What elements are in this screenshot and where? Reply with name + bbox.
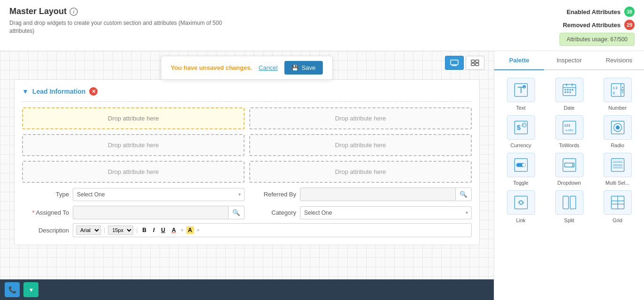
svg-rect-4: [471, 60, 475, 62]
description-label: Description: [22, 227, 69, 234]
save-button[interactable]: 💾 Save: [284, 61, 323, 75]
widget-text[interactable]: + Text: [499, 78, 543, 111]
assigned-to-input[interactable]: [73, 206, 229, 219]
panel-scroll: + Text: [494, 70, 644, 300]
widget-toggle-icon-box: [507, 153, 535, 177]
drop-zone-0[interactable]: Drop attribute here: [22, 107, 245, 129]
panel-tabs: Palette Inspector Revisions: [494, 51, 644, 70]
drop-zone-4[interactable]: Drop attribute here: [22, 161, 245, 183]
multisel-widget-icon: [610, 157, 626, 173]
widget-text-label: Text: [516, 105, 525, 111]
drop-zone-3[interactable]: Drop attribute here: [249, 134, 472, 156]
widget-number[interactable]: 1 2 3 ▲ ▼ Number: [596, 78, 639, 111]
font-select[interactable]: Arial: [76, 225, 101, 235]
widget-multisel[interactable]: Multi Sel...: [596, 153, 639, 186]
widget-multisel-icon-box: [604, 153, 632, 177]
svg-text:1 2: 1 2: [613, 86, 617, 90]
referred-by-search-button[interactable]: 🔍: [456, 188, 472, 201]
phone-button[interactable]: 📞: [5, 282, 20, 297]
svg-rect-21: [564, 91, 566, 93]
currency-widget-icon: $ €: [513, 120, 529, 135]
widget-currency[interactable]: $ € Currency: [499, 115, 543, 148]
category-field-row: Category Select One ▾: [249, 206, 472, 219]
description-row: Description Arial | 15px | B I U A: [22, 223, 472, 237]
tab-palette[interactable]: Palette: [494, 51, 544, 70]
drop-zone-4-label: Drop attribute here: [108, 168, 159, 175]
svg-rect-22: [567, 91, 568, 93]
svg-rect-56: [570, 196, 575, 209]
tab-inspector[interactable]: Inspector: [544, 51, 594, 70]
widget-toggle-label: Toggle: [513, 180, 528, 186]
svg-rect-5: [475, 60, 479, 62]
chevron-button[interactable]: ▾: [23, 282, 38, 297]
number-widget-icon: 1 2 3 ▲ ▼: [610, 82, 626, 98]
page-title: Master Layout i: [9, 7, 560, 16]
section-collapse-icon: ▼: [22, 88, 29, 95]
header-left: Master Layout i Drag and drop widgets to…: [9, 7, 560, 35]
svg-text:▲: ▲: [621, 86, 624, 89]
widget-toggle[interactable]: Toggle: [499, 153, 543, 186]
assigned-to-label: Assigned To: [22, 209, 69, 216]
widget-grid-icon-box: [604, 190, 632, 215]
font-color-button[interactable]: A: [170, 226, 178, 234]
section-container: ▼ Lead Information ✕ Drop attribute here…: [14, 79, 480, 245]
link-widget-icon: [513, 195, 529, 210]
panel-inner: + Text: [494, 70, 644, 300]
widget-radio[interactable]: Radio: [596, 115, 639, 148]
size-select[interactable]: 15px: [108, 225, 133, 235]
attributes-usage-box: Attributes usage: 67/500: [560, 33, 635, 46]
split-widget-icon: [561, 195, 577, 210]
highlight-button[interactable]: A: [186, 226, 194, 234]
desktop-view-button[interactable]: [445, 56, 464, 70]
drop-zone-2-label: Drop attribute here: [108, 142, 159, 149]
toggle-widget-icon: [513, 157, 529, 173]
drop-zones-grid: Drop attribute here Drop attribute here …: [22, 107, 472, 183]
section-close-button[interactable]: ✕: [89, 87, 98, 96]
widget-date[interactable]: Date: [547, 78, 591, 111]
widget-link[interactable]: Link: [499, 190, 543, 223]
category-select[interactable]: Select One: [300, 206, 472, 219]
widget-currency-label: Currency: [510, 142, 531, 148]
removed-count-badge: 29: [624, 20, 635, 30]
widget-dropdown[interactable]: ▾ Dropdown: [547, 153, 591, 186]
bold-button[interactable]: B: [140, 226, 148, 234]
assigned-to-search-button[interactable]: 🔍: [229, 206, 245, 219]
svg-rect-54: [514, 196, 527, 209]
text-widget-icon: +: [513, 82, 529, 98]
title-text: Master Layout: [9, 7, 67, 16]
section-header[interactable]: ▼ Lead Information ✕: [22, 87, 472, 96]
drop-zone-2[interactable]: Drop attribute here: [22, 134, 245, 156]
widget-number-label: Number: [608, 105, 627, 111]
unsaved-changes-bar: You have unsaved changes. Cancel 💾 Save: [161, 56, 333, 80]
drop-zone-5-label: Drop attribute here: [335, 168, 386, 175]
desktop-icon: [450, 60, 459, 66]
bottom-action-bar: 📞 ▾: [0, 279, 494, 300]
widget-towords[interactable]: 123 ➔ ABC ToWords: [547, 115, 591, 148]
grid-view-button[interactable]: [466, 56, 484, 70]
widget-split[interactable]: Split: [547, 190, 591, 223]
widget-grid-label: Grid: [613, 218, 622, 223]
referred-by-input[interactable]: [300, 188, 456, 201]
drop-zone-5[interactable]: Drop attribute here: [249, 161, 472, 183]
enabled-attributes-row: Enabled Attributes 38: [567, 7, 635, 17]
toolbar-divider-1: |: [104, 227, 105, 233]
svg-text:▾: ▾: [573, 164, 574, 166]
info-icon[interactable]: i: [69, 8, 78, 16]
category-select-wrapper: Select One ▾: [300, 206, 472, 219]
type-select[interactable]: Select One: [73, 188, 245, 201]
section-title: Lead Information: [32, 88, 86, 95]
italic-button[interactable]: I: [151, 226, 156, 234]
drop-zone-3-label: Drop attribute here: [335, 142, 386, 149]
drop-zone-1[interactable]: Drop attribute here: [249, 107, 472, 129]
tab-revisions[interactable]: Revisions: [594, 51, 644, 70]
widget-grid[interactable]: Grid: [596, 190, 639, 223]
view-toggles: [445, 56, 484, 70]
header-right: Enabled Attributes 38 Removed Attributes…: [560, 7, 635, 46]
date-widget-icon: [561, 82, 577, 98]
cancel-link[interactable]: Cancel: [259, 64, 277, 71]
svg-text:▼: ▼: [621, 91, 624, 94]
svg-point-43: [522, 164, 525, 167]
removed-attributes-row: Removed Attributes 29: [563, 20, 635, 30]
underline-button[interactable]: U: [159, 226, 167, 234]
svg-rect-6: [471, 63, 475, 66]
